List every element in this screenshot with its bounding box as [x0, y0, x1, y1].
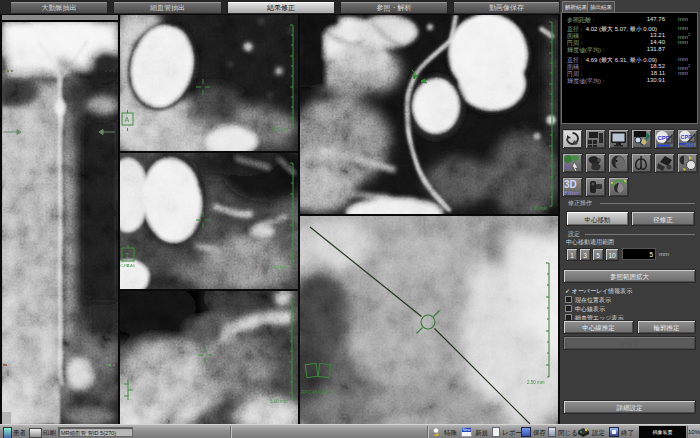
svg-text:3D: 3D	[686, 142, 694, 148]
svg-text:A: A	[564, 161, 571, 171]
svg-text:RPO 48 CAU 4: RPO 48 CAU 4	[301, 390, 332, 395]
svg-text:500 mm: 500 mm	[272, 127, 289, 132]
svg-text:2.50 mm: 2.50 mm	[527, 380, 545, 385]
svg-text:A: A	[125, 116, 130, 123]
svg-text:C-RCA0: C-RCA0	[120, 263, 136, 268]
svg-text:CPR: CPR	[658, 135, 671, 141]
svg-text:Filter: Filter	[563, 189, 579, 196]
svg-text:5.00 mm: 5.00 mm	[270, 399, 288, 404]
svg-text:1.00 mm: 1.00 mm	[270, 265, 288, 270]
svg-text:T: T	[125, 252, 130, 259]
svg-text:1.00 mm: 1.00 mm	[530, 206, 548, 211]
